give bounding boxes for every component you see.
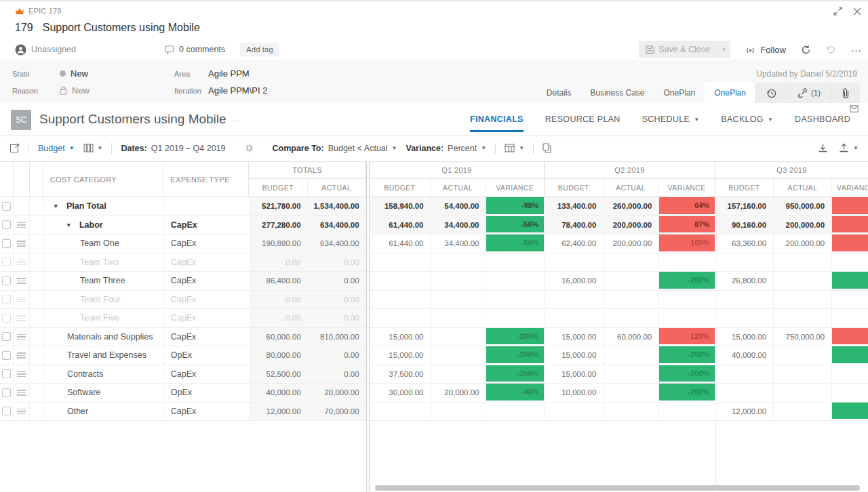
q3-actual-cell[interactable] <box>774 365 832 384</box>
q1-budget-cell[interactable]: 37,500.00 <box>370 365 431 384</box>
q3-budget-cell[interactable] <box>715 384 774 402</box>
plan-title-more-icon[interactable]: ··· <box>232 116 240 125</box>
q3-budget-cell[interactable] <box>715 291 774 309</box>
q2-actual-cell[interactable]: 200,000.00 <box>604 216 659 234</box>
totals-actual-cell[interactable]: 0.00 <box>309 346 367 365</box>
expense-type-cell[interactable]: CapEx <box>164 328 250 346</box>
grid-layout-dropdown[interactable]: ▼ <box>505 144 524 152</box>
copy-icon[interactable] <box>542 143 551 153</box>
q1-budget-cell[interactable]: 15,000.00 <box>370 346 431 365</box>
cost-category-cell[interactable]: Materials and Supplies <box>43 328 164 346</box>
cost-category-cell[interactable]: Team Five <box>43 309 164 327</box>
row-menu-icon[interactable] <box>17 315 26 321</box>
q2-actual-cell[interactable] <box>604 272 659 290</box>
q2-actual-cell[interactable] <box>604 403 659 421</box>
totals-budget-cell[interactable]: 277,280.00 <box>250 216 309 234</box>
q2-budget-cell[interactable]: 15,000.00 <box>545 365 604 384</box>
expense-type-cell[interactable]: OpEx <box>164 384 250 402</box>
collapse-arrow-icon[interactable]: ▾ <box>54 203 66 209</box>
tab-business-case[interactable]: Business Case <box>580 83 654 103</box>
columns-dropdown[interactable]: ▼ <box>83 144 103 152</box>
q2-actual-cell[interactable]: 60,000.00 <box>604 328 659 346</box>
q3-actual-cell[interactable] <box>774 272 832 290</box>
q1-actual-cell[interactable]: 54,400.00 <box>431 197 487 216</box>
q3-actual-cell[interactable] <box>774 309 832 327</box>
row-checkbox[interactable] <box>2 369 11 378</box>
q1-budget-cell[interactable]: 158,940.00 <box>370 197 431 216</box>
expense-type-cell[interactable] <box>164 197 250 216</box>
refresh-icon[interactable] <box>801 45 811 55</box>
row-checkbox[interactable] <box>2 388 11 397</box>
totals-budget-cell[interactable]: 0.00 <box>250 253 309 272</box>
export-view-icon[interactable] <box>9 144 20 153</box>
totals-actual-cell[interactable]: 634,400.00 <box>309 216 367 234</box>
q3-actual-cell[interactable] <box>774 253 832 272</box>
row-menu-icon[interactable] <box>17 371 26 377</box>
row-menu-icon[interactable] <box>17 260 26 266</box>
totals-budget-cell[interactable]: 80,000.00 <box>250 346 309 365</box>
totals-budget-cell[interactable]: 0.00 <box>250 291 309 309</box>
totals-actual-cell[interactable]: 634,400.00 <box>309 234 367 253</box>
q2-budget-cell[interactable] <box>545 309 604 327</box>
q1-budget-cell[interactable] <box>370 309 431 327</box>
q1-actual-cell[interactable] <box>431 365 487 384</box>
q2-budget-cell[interactable]: 133,400.00 <box>545 197 604 216</box>
tab-history[interactable] <box>755 83 787 103</box>
row-checkbox[interactable] <box>2 258 11 266</box>
cost-category-cell[interactable]: Team Three <box>43 272 164 290</box>
totals-budget-cell[interactable]: 12,000.00 <box>250 403 309 421</box>
q3-budget-cell[interactable]: 26,800.00 <box>715 272 774 290</box>
tab-resource-plan[interactable]: RESOURCE PLAN <box>545 115 620 132</box>
totals-actual-cell[interactable]: 0.00 <box>309 272 367 290</box>
totals-actual-cell[interactable]: 0.00 <box>309 309 367 327</box>
q3-budget-cell[interactable]: 157,160.00 <box>715 197 774 216</box>
row-menu-icon[interactable] <box>17 278 26 284</box>
frozen-pane-divider[interactable] <box>366 161 370 492</box>
comments-button[interactable]: 0 comments <box>165 45 225 54</box>
q2-budget-cell[interactable] <box>545 253 604 272</box>
q1-actual-cell[interactable]: 20,000.00 <box>431 384 487 402</box>
expense-type-cell[interactable]: CapEx <box>164 403 250 421</box>
row-menu-icon[interactable] <box>17 409 26 415</box>
q1-budget-cell[interactable]: 61,440.00 <box>370 216 431 234</box>
horizontal-scrollbar[interactable] <box>375 485 860 491</box>
q1-budget-cell[interactable] <box>370 291 431 309</box>
q3-budget-cell[interactable] <box>715 253 774 272</box>
state-field[interactable]: New <box>60 68 88 79</box>
q2-actual-cell[interactable] <box>604 384 659 402</box>
totals-actual-cell[interactable]: 1,534,400.00 <box>309 197 367 216</box>
expense-type-cell[interactable]: CapEx <box>164 365 250 384</box>
q2-budget-cell[interactable] <box>545 291 604 309</box>
add-tag-button[interactable]: Add tag <box>240 43 279 56</box>
row-menu-icon[interactable] <box>17 222 26 228</box>
totals-actual-cell[interactable]: 70,000.00 <box>309 403 367 421</box>
cost-category-cell[interactable]: Team Two <box>43 253 164 272</box>
row-checkbox[interactable] <box>2 351 11 360</box>
cost-category-cell[interactable]: Contracts <box>43 365 164 384</box>
iteration-field[interactable]: Agile PPM\PI 2 <box>208 85 267 96</box>
row-checkbox[interactable] <box>2 220 11 229</box>
close-icon[interactable] <box>853 7 861 16</box>
q3-budget-cell[interactable] <box>715 365 774 384</box>
totals-budget-cell[interactable]: 52,500.00 <box>250 365 309 384</box>
q2-actual-cell[interactable]: 200,000.00 <box>604 234 659 253</box>
export-dropdown[interactable]: ▼ <box>839 143 859 153</box>
q2-budget-cell[interactable]: 78,400.00 <box>545 216 604 234</box>
q3-actual-cell[interactable] <box>774 403 832 421</box>
totals-budget-cell[interactable]: 60,000.00 <box>250 328 309 346</box>
q3-budget-cell[interactable]: 40,000.00 <box>715 346 774 365</box>
totals-budget-cell[interactable]: 190,880.00 <box>250 234 309 253</box>
q2-budget-cell[interactable]: 10,000.00 <box>545 384 604 402</box>
row-checkbox[interactable] <box>2 239 11 248</box>
q2-actual-cell[interactable] <box>604 309 659 327</box>
q1-actual-cell[interactable]: 34,400.00 <box>431 216 487 234</box>
expense-type-cell[interactable]: CapEx <box>164 234 250 253</box>
expense-type-cell[interactable]: CapEx <box>164 216 250 234</box>
save-and-close-button[interactable]: Save & Close ▾ <box>639 41 730 58</box>
q1-actual-cell[interactable] <box>431 309 487 327</box>
tab-schedule[interactable]: SCHEDULE▼ <box>642 115 700 132</box>
tab-oneplan-1[interactable]: OnePlan <box>654 83 705 103</box>
q3-actual-cell[interactable]: 750,000.00 <box>774 328 832 346</box>
cost-category-cell[interactable]: ▾Labor <box>43 216 164 234</box>
cost-category-cell[interactable]: Other <box>43 403 164 421</box>
